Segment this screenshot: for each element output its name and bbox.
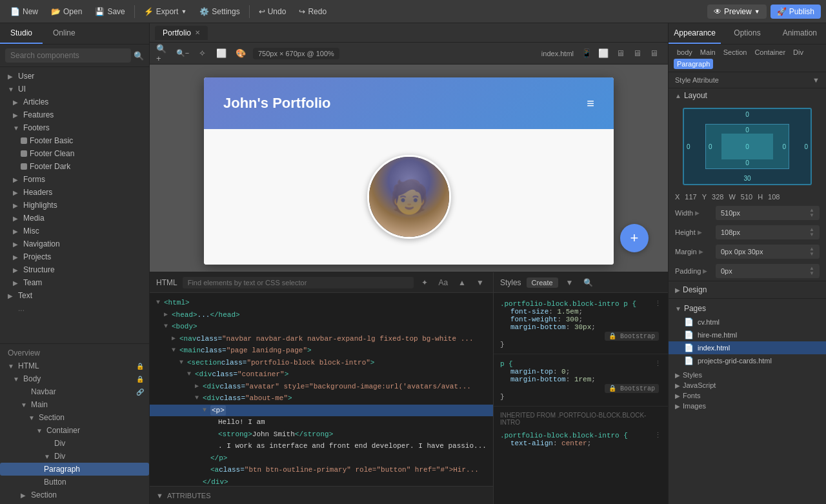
padding-expand-icon[interactable]: ▶ xyxy=(703,268,707,274)
layout-section-header[interactable]: ▲ Layout xyxy=(669,88,826,103)
height-expand-icon[interactable]: ▶ xyxy=(698,229,702,236)
overview-div-2[interactable]: ▼ Div xyxy=(0,450,149,463)
zoom-in-tool[interactable]: 🔍+ xyxy=(156,46,170,61)
html-search-input[interactable] xyxy=(183,277,414,288)
sidebar-item-team[interactable]: ▶ Team xyxy=(0,276,149,289)
overview-div-1[interactable]: Div xyxy=(0,437,149,450)
images-section[interactable]: ▶ Images xyxy=(669,401,826,411)
padding-spinner[interactable]: ▲ ▼ xyxy=(809,266,814,276)
page-index[interactable]: 📄 index.html xyxy=(669,341,826,354)
canvas-size-display[interactable]: 750px × 670px @ 100% xyxy=(253,48,339,59)
overview-html[interactable]: ▼ HTML 🔒 xyxy=(0,359,149,372)
sidebar-item-footer-dark[interactable]: Footer Dark xyxy=(0,160,149,173)
overview-section[interactable]: ▼ Section xyxy=(0,411,149,424)
sidebar-item-highlights[interactable]: ▶ Highlights xyxy=(0,199,149,212)
styles-create-button[interactable]: Create xyxy=(527,277,558,288)
undo-button[interactable]: ↩ Undo xyxy=(254,5,292,19)
pages-header[interactable]: ▼ Pages xyxy=(669,301,826,316)
html-add-button[interactable]: ✦ xyxy=(419,277,430,288)
sidebar-item-headers[interactable]: ▶ Headers xyxy=(0,186,149,199)
height-spinner[interactable]: ▲ ▼ xyxy=(809,227,814,237)
sidebar-item-navigation[interactable]: ▶ Navigation xyxy=(0,237,149,250)
javascript-section[interactable]: ▶ JavaScript xyxy=(669,380,826,390)
width-spinner[interactable]: ▲ ▼ xyxy=(809,208,814,218)
width-expand-icon[interactable]: ▶ xyxy=(695,210,700,216)
tab-options[interactable]: Options xyxy=(721,23,773,44)
search-input[interactable] xyxy=(5,48,131,63)
select-tool[interactable]: ✧ xyxy=(195,46,209,61)
breadcrumb-section[interactable]: Section xyxy=(720,47,750,57)
new-button[interactable]: 📄 New xyxy=(5,5,43,19)
overview-paragraph[interactable]: Paragraph xyxy=(0,463,149,476)
desktop-sm-icon[interactable]: 🖥 xyxy=(612,46,628,61)
overview-main[interactable]: ▼ Main xyxy=(0,398,149,411)
width-input[interactable]: 510px ▲ ▼ xyxy=(716,206,820,220)
margin-spinner[interactable]: ▲ ▼ xyxy=(809,247,814,257)
portfolio-menu-icon[interactable]: ≡ xyxy=(587,96,594,111)
attributes-bar[interactable]: ▼ ATTRIBUTES xyxy=(150,486,493,504)
padding-down-icon[interactable]: ▼ xyxy=(809,271,814,276)
breadcrumb-main[interactable]: Main xyxy=(697,47,719,57)
html-down-button[interactable]: ▼ xyxy=(474,277,487,288)
redo-button[interactable]: ↪ Redo xyxy=(294,5,332,19)
breadcrumb-container[interactable]: Container xyxy=(751,47,789,57)
padding-input[interactable]: 0px ▲ ▼ xyxy=(716,264,820,278)
design-section-header[interactable]: ▶ Design xyxy=(669,281,826,298)
sidebar-item-articles[interactable]: ▶ Articles xyxy=(0,96,149,108)
export-button[interactable]: ⚡ Export ▼ xyxy=(139,5,192,19)
html-format-button[interactable]: Aa xyxy=(436,277,450,288)
styles-create-icon[interactable]: ▼ xyxy=(563,277,576,288)
settings-button[interactable]: ⚙️ Settings xyxy=(194,5,245,19)
sidebar-item-media[interactable]: ▶ Media xyxy=(0,212,149,225)
height-down-icon[interactable]: ▼ xyxy=(809,232,814,237)
canvas-area[interactable]: John's Portfolio ≡ 🧑 + xyxy=(150,65,668,272)
styles-section[interactable]: ▶ Styles xyxy=(669,370,826,380)
tab-studio[interactable]: Studio xyxy=(0,23,43,44)
breadcrumb-paragraph[interactable]: Paragraph xyxy=(674,59,713,69)
sidebar-item-more[interactable]: ... xyxy=(0,302,149,315)
open-button[interactable]: 📂 Open xyxy=(46,5,87,19)
css-block-2-more[interactable]: ⋮ xyxy=(654,359,661,368)
tablet-icon[interactable]: ⬜ xyxy=(596,46,611,61)
fab-add-button[interactable]: + xyxy=(620,224,649,252)
html-up-button[interactable]: ▲ xyxy=(456,277,468,288)
fonts-section[interactable]: ▶ Fonts xyxy=(669,390,826,401)
sidebar-item-features[interactable]: ▶ Features xyxy=(0,108,149,121)
margin-down-icon[interactable]: ▼ xyxy=(809,252,814,257)
sidebar-item-misc[interactable]: ▶ Misc xyxy=(0,225,149,237)
publish-button[interactable]: 🚀 Publish xyxy=(771,5,821,19)
sidebar-item-forms[interactable]: ▶ Forms xyxy=(0,173,149,186)
desktop-lg-icon[interactable]: 🖥 xyxy=(646,46,661,61)
overview-body[interactable]: ▼ Body 🔒 xyxy=(0,372,149,385)
sidebar-item-footers[interactable]: ▼ Footers xyxy=(0,121,149,134)
overview-container[interactable]: ▼ Container xyxy=(0,424,149,437)
desktop-md-icon[interactable]: 🖥 xyxy=(629,46,645,61)
sidebar-item-footer-clean[interactable]: Footer Clean xyxy=(0,147,149,160)
save-button[interactable]: 💾 Save xyxy=(90,5,130,19)
css-block-3-more[interactable]: ⋮ xyxy=(654,431,661,439)
page-hire-me[interactable]: 📄 hire-me.html xyxy=(669,328,826,341)
css-block-1-more[interactable]: ⋮ xyxy=(654,299,661,308)
tab-animation[interactable]: Animation xyxy=(774,23,826,44)
zoom-out-tool[interactable]: 🔍− xyxy=(176,46,190,61)
preview-button[interactable]: 👁 Preview ▼ xyxy=(707,5,767,19)
overview-button[interactable]: Button xyxy=(0,476,149,489)
overview-section-2[interactable]: ▶ Section xyxy=(0,489,149,501)
sidebar-item-footer-basic[interactable]: Footer Basic xyxy=(0,134,149,147)
tab-online[interactable]: Online xyxy=(43,23,86,44)
sidebar-item-ui[interactable]: ▼ UI xyxy=(0,83,149,96)
sidebar-item-user[interactable]: ▶ User xyxy=(0,70,149,83)
sidebar-item-structure[interactable]: ▶ Structure xyxy=(0,263,149,276)
styles-search-icon[interactable]: 🔍 xyxy=(581,277,596,288)
height-input[interactable]: 108px ▲ ▼ xyxy=(716,225,820,239)
mobile-icon[interactable]: 📱 xyxy=(579,46,594,61)
margin-input[interactable]: 0px 0px 30px ▲ ▼ xyxy=(716,245,820,259)
canvas-tab-portfolio[interactable]: Portfolio ✕ xyxy=(155,26,208,40)
width-down-icon[interactable]: ▼ xyxy=(809,213,814,218)
breadcrumb-div[interactable]: Div xyxy=(790,47,807,57)
sidebar-item-text[interactable]: ▶ Text xyxy=(0,289,149,302)
sidebar-item-projects[interactable]: ▶ Projects xyxy=(0,250,149,263)
code-line-p[interactable]: ▼ <p> xyxy=(150,405,493,417)
breadcrumb-body[interactable]: body xyxy=(674,47,696,57)
tab-appearance[interactable]: Appearance xyxy=(669,23,721,44)
